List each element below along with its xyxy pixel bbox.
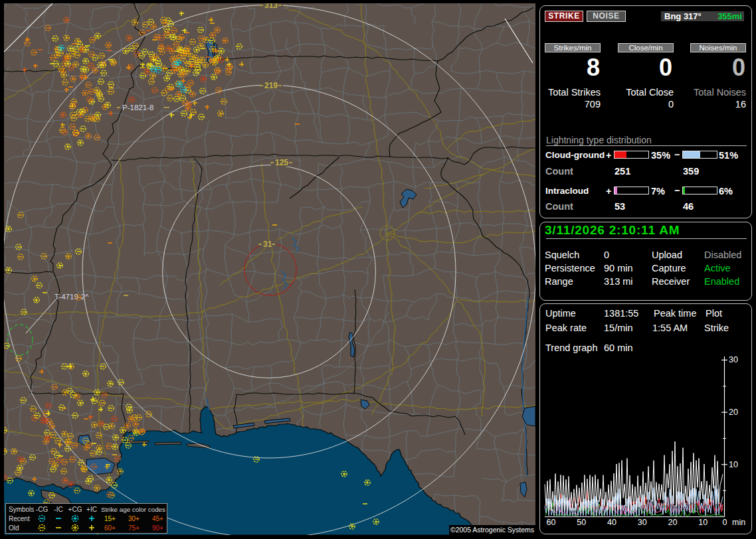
- svg-text:30: 30: [729, 355, 738, 364]
- svg-text:313: 313: [264, 3, 278, 10]
- svg-text:125: 125: [275, 158, 288, 167]
- svg-text:40: 40: [607, 518, 616, 527]
- svg-text:219: 219: [264, 81, 278, 90]
- svg-text:60+: 60+: [104, 524, 116, 532]
- svg-text:Strike age color codes: Strike age color codes: [101, 506, 165, 513]
- svg-text:20: 20: [729, 408, 738, 417]
- svg-text:+CG: +CG: [68, 506, 82, 513]
- svg-text:-CG: -CG: [36, 506, 48, 513]
- svg-text:+IC: +IC: [86, 506, 97, 513]
- svg-text:30: 30: [638, 518, 647, 527]
- svg-text:90+: 90+: [152, 524, 163, 532]
- svg-text:0: 0: [723, 518, 727, 527]
- svg-text:31: 31: [263, 240, 272, 249]
- svg-text:min: min: [732, 518, 745, 527]
- svg-text:10: 10: [698, 518, 708, 527]
- svg-text:Symbols: Symbols: [9, 506, 34, 513]
- svg-text:20: 20: [668, 518, 678, 527]
- svg-text:75+: 75+: [128, 524, 140, 532]
- svg-text:10: 10: [729, 460, 738, 469]
- svg-text:30+: 30+: [128, 515, 140, 522]
- svg-text:45+: 45+: [152, 515, 163, 522]
- svg-text:60: 60: [547, 518, 556, 527]
- svg-text:15+: 15+: [104, 515, 116, 522]
- svg-text:50: 50: [577, 518, 586, 527]
- svg-text:Recent: Recent: [9, 515, 30, 522]
- svg-text:Old: Old: [9, 524, 19, 532]
- svg-text:-IC: -IC: [54, 506, 62, 513]
